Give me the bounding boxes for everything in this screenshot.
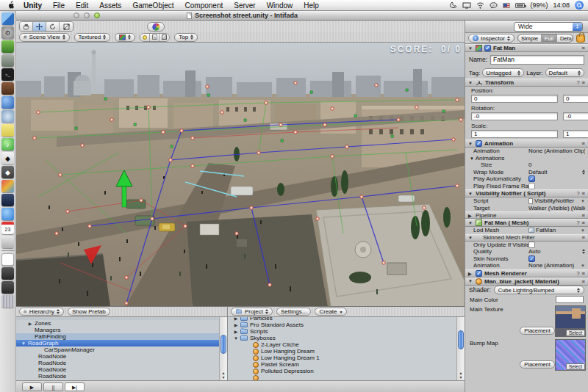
color-wheel-button[interactable]	[147, 22, 165, 32]
hierarchy-item-pathfinding[interactable]: PathFinding	[16, 333, 227, 340]
visibility-notifier-header[interactable]: ▼ Visibility Notifier ( Script) ?≡	[465, 189, 588, 197]
bump-map-placement-button[interactable]: Placement	[520, 360, 555, 369]
spotlight-icon[interactable]	[575, 1, 584, 10]
input-language-flag-icon[interactable]	[503, 3, 510, 8]
project-item-scripts[interactable]: ▶Scripts	[228, 328, 465, 335]
hierarchy-item-roadnode-3[interactable]: RoadNode	[16, 366, 227, 373]
layer-popup[interactable]: Default	[545, 68, 585, 77]
project-item-pro-standard-assets[interactable]: ▶Pro Standard Assets	[228, 322, 465, 328]
dock-icon-graphics[interactable]	[1, 54, 14, 67]
animation-header[interactable]: ▼ ✓ Animation ≡	[465, 139, 588, 148]
hierarchy-item-roadnode-4[interactable]: RoadNode	[16, 373, 227, 380]
script-row[interactable]: Script VisibilityNotifier▼	[465, 197, 588, 205]
foldout-icon[interactable]: ▼	[468, 236, 473, 240]
dock-icon-finder[interactable]	[1, 12, 14, 25]
pipeline-header[interactable]: ▶ Pipeline ≡	[465, 211, 588, 219]
hierarchy-item-roadnode-2[interactable]: RoadNode	[16, 360, 227, 366]
play-fixed-checkbox[interactable]	[528, 183, 535, 189]
target-row[interactable]: Target Walker (Visible) (Walk▼	[465, 205, 588, 212]
dock-icon-shark-app[interactable]	[1, 194, 14, 206]
dock-icon-ichat[interactable]	[1, 208, 14, 220]
step-button[interactable]: ▶|	[65, 382, 85, 391]
hierarchy-item-roadgraph[interactable]: ▼RoadGraph	[16, 340, 227, 346]
view-angle-popup[interactable]: Top	[174, 33, 198, 42]
project-item-polluted-depression[interactable]: Polluted Depression	[228, 368, 465, 374]
create-button[interactable]: Create ▼	[315, 308, 347, 316]
scene-gizmos-toggle[interactable]	[159, 34, 169, 41]
menu-window[interactable]: Window	[267, 1, 293, 10]
dock-icon-browser[interactable]	[1, 96, 14, 109]
hand-tool-button[interactable]	[20, 22, 33, 31]
show-prefab-button[interactable]: Show Prefab	[68, 308, 110, 316]
shader-popup[interactable]: Cube Lighting/Bumped	[494, 286, 584, 294]
only-update-checkbox[interactable]	[528, 242, 535, 248]
only-update-row[interactable]: Only Update If Visible	[465, 242, 588, 249]
settings-button[interactable]: Settings...	[276, 308, 312, 316]
rotation-y-field[interactable]	[563, 112, 588, 120]
project-item-low-hanging-dream-1[interactable]: Low Hanging Dream 1	[228, 355, 465, 361]
project-scrollbar[interactable]: ▲▼	[456, 317, 465, 380]
skinned-animation-row[interactable]: Animation None (Animation)▼	[465, 262, 588, 269]
mesh-header[interactable]: ▼ Fat Man ( Mesh) ?≡	[465, 219, 588, 227]
hierarchy-scrollbar[interactable]: ▲▼	[219, 317, 227, 380]
project-item-skyboxes[interactable]: ▼Skyboxes	[228, 335, 465, 341]
bump-map-thumbnail[interactable]: Select	[555, 339, 586, 371]
context-menu-icon[interactable]: ≡	[582, 45, 585, 51]
position-x-field[interactable]	[471, 95, 558, 103]
context-menu-icon[interactable]: ≡	[582, 140, 585, 147]
foldout-icon[interactable]: ▼	[468, 81, 473, 85]
animation-clip-row[interactable]: Animation None (Animation Clip)▼	[465, 148, 588, 155]
rotate-tool-button[interactable]	[46, 22, 60, 31]
render-channels-popup[interactable]	[115, 33, 135, 42]
foldout-icon[interactable]: ▼	[468, 46, 473, 51]
renderer-enabled-checkbox[interactable]: ✓	[476, 270, 482, 277]
chat-icon[interactable]	[490, 2, 498, 9]
dock-icon-trash[interactable]	[1, 295, 14, 308]
mode-simple[interactable]: Simple	[518, 35, 542, 42]
scene-lighting-toggle[interactable]	[140, 34, 150, 41]
tag-popup[interactable]: Untagged	[482, 68, 524, 77]
project-item-2-layer-cliche[interactable]: 2-Layer Cliche	[228, 341, 465, 348]
menu-component[interactable]: Component	[185, 1, 223, 10]
scrollbar-arrows[interactable]: ▲▼	[457, 371, 465, 380]
dock-icon-terminal[interactable]: >_	[1, 68, 14, 81]
play-fixed-row[interactable]: Play Fixed Frame Rate	[465, 183, 588, 190]
scale-y-field[interactable]	[563, 130, 588, 138]
menu-server[interactable]: Server	[234, 1, 255, 10]
dock-icon-penguin-app[interactable]	[1, 236, 14, 248]
context-menu-icon[interactable]: ≡	[582, 190, 585, 197]
rotation-x-field[interactable]	[471, 112, 558, 120]
main-texture-placement-button[interactable]: Placement	[520, 327, 555, 335]
project-item-low-hanging-dream[interactable]: Low Hanging Dream	[228, 348, 465, 355]
dock-icon-system[interactable]: ⚙	[1, 26, 14, 39]
component-enabled-checkbox[interactable]: ✓	[476, 140, 482, 147]
scrollbar-thumb[interactable]	[458, 330, 464, 349]
context-menu-icon[interactable]: ≡	[582, 212, 585, 219]
scale-tool-button[interactable]	[60, 22, 73, 31]
foldout-icon[interactable]: ▼	[468, 142, 473, 146]
scene-fx-toggle[interactable]: fx	[150, 34, 159, 41]
dock-icon-disc-app[interactable]	[1, 110, 14, 123]
dock-icon-minimized-window-1[interactable]	[1, 267, 14, 280]
wifi-icon[interactable]	[476, 2, 484, 9]
quality-row[interactable]: Quality Auto	[465, 248, 588, 255]
lod-mesh-row[interactable]: Lod Mesh FatMan▼	[465, 227, 588, 234]
context-menu-icon[interactable]: ≡	[582, 219, 585, 226]
scrollbar-thumb[interactable]	[220, 335, 226, 354]
material-header[interactable]: ▼ Man_blue_jacket( Material) ≡	[465, 277, 588, 286]
bump-map-select-button[interactable]: Select	[566, 363, 585, 370]
scene-view[interactable]: SCORE: 0/ 0	[16, 43, 465, 307]
dock-icon-unity-alt[interactable]: ◆	[1, 166, 14, 178]
menu-unity[interactable]: Unity	[24, 1, 42, 10]
window-title-bar[interactable]: Screenshot street.unity - Intifada	[16, 11, 588, 21]
gameobject-header[interactable]: ▼ ✓ Fat Man ≡	[465, 44, 588, 52]
context-menu-icon[interactable]: ≡	[582, 270, 585, 277]
mesh-renderer-header[interactable]: ▶ ✓ Mesh Renderer ?≡	[465, 269, 588, 277]
lock-icon[interactable]	[576, 35, 585, 43]
context-menu-icon[interactable]: ≡	[582, 234, 585, 241]
help-icon[interactable]: ?	[576, 270, 579, 277]
context-menu-icon[interactable]: ≡	[582, 79, 585, 86]
menu-help[interactable]: Help	[304, 1, 319, 10]
foldout-icon[interactable]: ▼	[468, 192, 473, 196]
foldout-icon[interactable]: ▶	[468, 213, 473, 218]
